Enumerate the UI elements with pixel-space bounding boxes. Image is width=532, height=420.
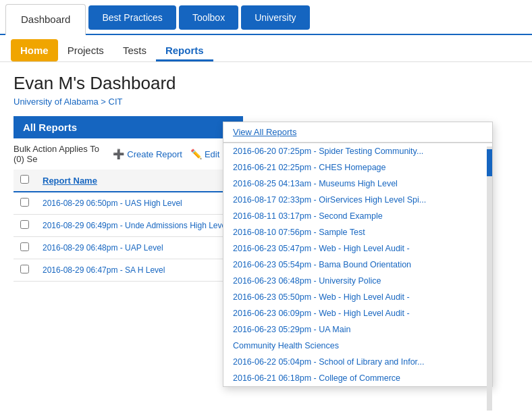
table-row: 2016-08-29 06:49pm - Unde Admissions Hig… (14, 215, 243, 237)
dropdown-item[interactable]: 2016-06-20 07:25pm - Spider Testing Comm… (223, 143, 492, 159)
table-row: 2016-08-29 06:47pm - SA H Level (14, 259, 243, 282)
row-checkbox[interactable] (20, 242, 29, 251)
tab-best-practices[interactable]: Best Practices (88, 5, 176, 30)
reports-table: Report Name 2016-08-29 06:50pm - UAS Hig… (14, 169, 243, 282)
subnav-reports-label: Reports (165, 45, 204, 56)
create-report-label: Create Report (127, 149, 182, 159)
report-link[interactable]: 2016-08-29 06:47pm - SA H Level (43, 265, 165, 275)
dropdown-item[interactable]: Community Health Sciences (223, 338, 492, 354)
dropdown-item[interactable]: 2016-06-21 02:25pm - CHES Homepage (223, 159, 492, 176)
dropdown-item[interactable]: 2016-06-23 06:48pm - University Police (223, 273, 492, 289)
table-row: 2016-08-29 06:48pm - UAP Level (14, 237, 243, 259)
row-checkbox[interactable] (20, 265, 29, 273)
dropdown-item[interactable]: 2016-06-23 06:09pm - Web - High Level Au… (223, 305, 492, 321)
table-row: 2016-08-29 06:50pm - UAS High Level (14, 192, 243, 215)
subnav-home-label: Home (20, 45, 49, 56)
row-checkbox-cell (14, 237, 36, 259)
dropdown-item[interactable]: 2016-08-10 07:56pm - Sample Test (223, 224, 492, 240)
breadcrumb[interactable]: University of Alabama > CIT (14, 97, 518, 107)
tab-university[interactable]: University (241, 5, 309, 30)
row-report-name: 2016-08-29 06:50pm - UAS High Level (36, 192, 243, 215)
subnav-home[interactable]: Home (11, 39, 58, 61)
page-title: Evan M's Dashboard (14, 73, 518, 94)
dropdown-item[interactable]: 2016-08-25 04:13am - Museums High Level (223, 176, 492, 192)
dropdown-item[interactable]: 2016-08-11 03:17pm - Second Example (223, 208, 492, 224)
row-report-name: 2016-08-29 06:48pm - UAP Level (36, 237, 243, 259)
select-all-col (14, 169, 36, 192)
dropdown-scrollbar-thumb (487, 149, 492, 176)
dropdown-scrollbar[interactable] (487, 147, 492, 411)
select-all-checkbox[interactable] (20, 175, 29, 184)
bulk-action-text: Bulk Action Applies To (0) Se (14, 144, 105, 164)
subnav-projects-label: Projects (68, 45, 104, 56)
main-content: Evan M's Dashboard University of Alabama… (0, 62, 532, 292)
dropdown-item[interactable]: 2016-06-23 05:29pm - UA Main (223, 321, 492, 338)
create-report-button[interactable]: ➕ Create Report (113, 149, 182, 159)
dropdown-item[interactable]: 2016-06-22 05:04pm - School of Library a… (223, 354, 492, 370)
subnav-projects[interactable]: Projects (58, 39, 113, 61)
dropdown-item[interactable]: 2016-08-17 02:33pm - OirServices High Le… (223, 192, 492, 208)
report-link[interactable]: 2016-08-29 06:50pm - UAS High Level (43, 199, 182, 208)
bulk-action-bar: Bulk Action Applies To (0) Se ➕ Create R… (14, 138, 243, 169)
tab-university-label: University (255, 12, 296, 23)
dropdown-item[interactable]: 2016-06-21 06:18pm - College of Commerce (223, 370, 492, 386)
report-name-header: Report Name (36, 169, 243, 192)
sub-navigation: Home Projects Tests Reports (0, 35, 532, 62)
all-reports-header: All Reports (14, 116, 243, 138)
tab-dashboard-label: Dashboard (21, 14, 70, 25)
report-link[interactable]: 2016-08-29 06:48pm - UAP Level (43, 243, 163, 253)
reports-dropdown: View All Reports 2016-06-20 07:25pm - Sp… (223, 122, 493, 387)
dropdown-item[interactable]: 2016-06-23 05:47pm - Web - High Level Au… (223, 240, 492, 257)
report-link[interactable]: 2016-08-29 06:49pm - Unde Admissions Hig… (43, 221, 228, 230)
tab-dashboard[interactable]: Dashboard (5, 4, 86, 35)
dropdown-item[interactable]: 2016-06-23 05:50pm - Web - High Level Au… (223, 289, 492, 305)
tab-toolbox[interactable]: Toolbox (179, 5, 238, 30)
report-name-sort-link[interactable]: Report Name (43, 176, 97, 186)
tab-best-practices-label: Best Practices (102, 12, 162, 23)
view-all-reports-link[interactable]: View All Reports (223, 122, 492, 142)
row-checkbox[interactable] (20, 220, 29, 229)
subnav-tests-label: Tests (123, 45, 147, 56)
dropdown-item[interactable]: 2016-06-23 05:54pm - Bama Bound Orientat… (223, 257, 492, 273)
tab-toolbox-label: Toolbox (192, 12, 225, 23)
row-checkbox-cell (14, 215, 36, 237)
top-navigation: Dashboard Best Practices Toolbox Univers… (0, 0, 532, 35)
row-report-name: 2016-08-29 06:49pm - Unde Admissions Hig… (36, 215, 243, 237)
subnav-reports[interactable]: Reports (156, 39, 213, 61)
row-checkbox-cell (14, 192, 36, 215)
dropdown-items-list: 2016-06-20 07:25pm - Spider Testing Comm… (223, 143, 492, 386)
pencil-icon: ✏️ (190, 149, 202, 159)
row-report-name: 2016-08-29 06:47pm - SA H Level (36, 259, 243, 282)
row-checkbox[interactable] (20, 198, 29, 207)
row-checkbox-cell (14, 259, 36, 282)
plus-icon: ➕ (113, 149, 124, 159)
subnav-tests[interactable]: Tests (113, 39, 156, 61)
